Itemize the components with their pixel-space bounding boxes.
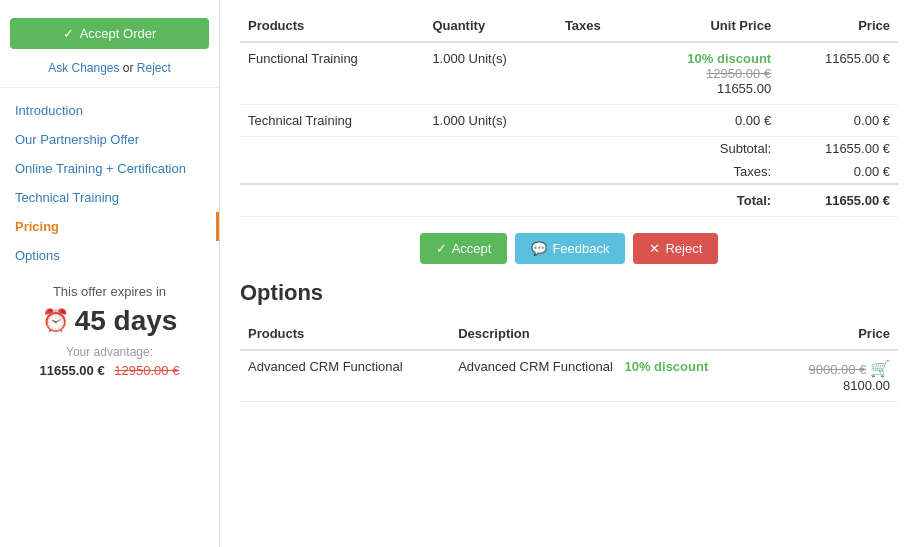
old-price: 12950.00 €	[114, 363, 179, 378]
current-price: 11655.00 €	[40, 363, 105, 378]
comment-icon: 💬	[531, 241, 547, 256]
sidebar: ✓ Accept Order Ask Changes or Reject Int…	[0, 0, 220, 547]
table-row: Technical Training 1.000 Unit(s) 0.00 € …	[240, 105, 898, 137]
options-col-products: Products	[240, 318, 450, 350]
col-price: Price	[779, 10, 898, 42]
feedback-button[interactable]: 💬 Feedback	[515, 233, 625, 264]
options-new-price: 8100.00	[843, 378, 890, 393]
sidebar-item-technical-training[interactable]: Technical Training	[0, 183, 219, 212]
main-content: Products Quantity Taxes Unit Price Price…	[220, 0, 918, 547]
unit-price: 10% discount 12950.00 € 11655.00	[633, 42, 779, 105]
action-buttons: ✓ Accept 💬 Feedback ✕ Reject	[240, 233, 898, 264]
sidebar-item-pricing[interactable]: Pricing	[0, 212, 219, 241]
total-label: Total:	[633, 184, 779, 217]
ask-changes-link[interactable]: Ask Changes	[48, 61, 119, 75]
accept-button[interactable]: ✓ Accept	[420, 233, 508, 264]
taxes	[557, 42, 633, 105]
advantage-label: Your advantage:	[10, 345, 209, 359]
sidebar-nav: Introduction Our Partnership Offer Onlin…	[0, 92, 219, 274]
options-price: 9000.00 € 🛒 8100.00	[778, 350, 898, 402]
quantity: 1.000 Unit(s)	[424, 42, 556, 105]
subtotal-row: Subtotal: 11655.00 €	[240, 137, 898, 161]
taxes-row: Taxes: 0.00 €	[240, 160, 898, 184]
col-taxes: Taxes	[557, 10, 633, 42]
options-col-description: Description	[450, 318, 778, 350]
options-description: Advanced CRM Functional 10% discount	[450, 350, 778, 402]
options-old-price: 9000.00 €	[809, 362, 867, 377]
unit-price: 0.00 €	[633, 105, 779, 137]
clock-icon: ⏰	[42, 308, 69, 334]
check-icon: ✓	[436, 241, 447, 256]
table-row: Functional Training 1.000 Unit(s) 10% di…	[240, 42, 898, 105]
taxes-value: 0.00 €	[779, 160, 898, 184]
options-table-row: Advanced CRM Functional Advanced CRM Fun…	[240, 350, 898, 402]
price: 0.00 €	[779, 105, 898, 137]
pricing-table: Products Quantity Taxes Unit Price Price…	[240, 10, 898, 217]
or-text: or	[123, 61, 134, 75]
col-products: Products	[240, 10, 424, 42]
options-discount-badge: 10% discount	[624, 359, 708, 374]
options-table: Products Description Price Advanced CRM …	[240, 318, 898, 402]
times-icon: ✕	[649, 241, 660, 256]
subtotal-label: Subtotal:	[633, 137, 779, 161]
reject-link[interactable]: Reject	[137, 61, 171, 75]
new-unit-price: 11655.00	[717, 81, 771, 96]
discount-badge: 10% discount	[687, 51, 771, 66]
checkmark-icon: ✓	[63, 26, 74, 41]
add-to-cart-button[interactable]: 🛒	[870, 359, 890, 378]
reject-button[interactable]: ✕ Reject	[633, 233, 718, 264]
accept-order-button[interactable]: ✓ Accept Order	[10, 18, 209, 49]
subtotal-value: 11655.00 €	[779, 137, 898, 161]
offer-days: ⏰ 45 days	[10, 305, 209, 337]
sidebar-offer: This offer expires in ⏰ 45 days Your adv…	[10, 284, 209, 378]
options-section-title: Options	[240, 280, 898, 306]
sidebar-item-our-partnership-offer[interactable]: Our Partnership Offer	[0, 125, 219, 154]
sidebar-divider	[0, 87, 219, 88]
action-links: Ask Changes or Reject	[0, 57, 219, 83]
col-quantity: Quantity	[424, 10, 556, 42]
sidebar-item-options[interactable]: Options	[0, 241, 219, 270]
taxes-label: Taxes:	[633, 160, 779, 184]
quantity: 1.000 Unit(s)	[424, 105, 556, 137]
total-row: Total: 11655.00 €	[240, 184, 898, 217]
total-value: 11655.00 €	[779, 184, 898, 217]
price: 11655.00 €	[779, 42, 898, 105]
sidebar-item-online-training-certification[interactable]: Online Training + Certification	[0, 154, 219, 183]
product-name: Technical Training	[240, 105, 424, 137]
options-product: Advanced CRM Functional	[240, 350, 450, 402]
offer-title: This offer expires in	[10, 284, 209, 299]
taxes	[557, 105, 633, 137]
old-unit-price: 12950.00 €	[706, 66, 771, 81]
options-col-price: Price	[778, 318, 898, 350]
product-name: Functional Training	[240, 42, 424, 105]
prices: 11655.00 € 12950.00 €	[10, 363, 209, 378]
col-unit-price: Unit Price	[633, 10, 779, 42]
sidebar-item-introduction[interactable]: Introduction	[0, 96, 219, 125]
